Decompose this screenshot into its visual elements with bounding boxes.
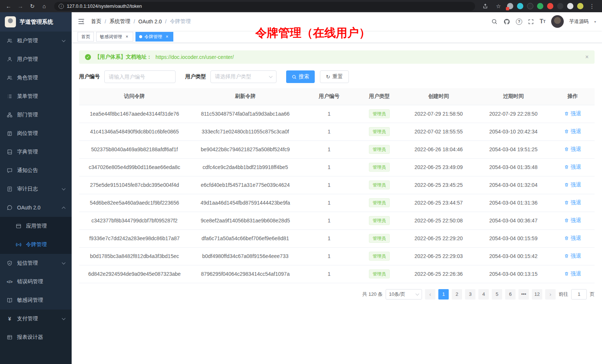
extension-icon[interactable]: [547, 3, 553, 9]
extension-icon[interactable]: [517, 3, 523, 9]
tab-token-management[interactable]: 令牌管理 ×: [135, 32, 173, 42]
page-button[interactable]: 2: [452, 289, 462, 300]
alert-close-icon[interactable]: ×: [585, 54, 589, 60]
refresh-token-cell: be90422b8c7946218275a508bf524fc9: [190, 140, 301, 158]
site-info-icon[interactable]: i: [59, 4, 64, 9]
sidebar-item-audit-log[interactable]: 审计日志: [0, 180, 72, 198]
sidebar-item-label: 令牌管理: [26, 241, 65, 248]
sidebar-item-report-designer[interactable]: 报表设计器: [0, 328, 72, 347]
force-logout-button[interactable]: 强退: [564, 235, 581, 242]
app-logo-area[interactable]: 芋道管理系统: [0, 12, 72, 32]
sidebar-item-dept[interactable]: 部门管理: [0, 106, 72, 124]
breadcrumb-separator: /: [134, 19, 135, 24]
user-id-input[interactable]: [104, 70, 176, 83]
expire-time-cell: 2054-03-10 20:42:34: [476, 123, 550, 140]
table-row: c347026e805e4d99b0d116eae66eda8c cdfc4ce…: [79, 158, 595, 176]
access-token-cell: f9336e7c7dd242a283ee98dc86b17a87: [79, 229, 190, 247]
sidebar-item-oauth[interactable]: OAuth 2.0: [0, 198, 72, 217]
force-logout-button[interactable]: 强退: [564, 217, 581, 224]
sidebar-item-post[interactable]: 岗位管理: [0, 124, 72, 143]
page-button[interactable]: 5: [492, 289, 502, 300]
breadcrumb-oauth[interactable]: OAuth 2.0: [138, 19, 162, 24]
refresh-icon[interactable]: ↻: [27, 1, 37, 11]
back-icon[interactable]: ←: [4, 1, 13, 11]
tab-home[interactable]: 首页: [78, 32, 94, 42]
page-button[interactable]: 1: [438, 289, 449, 300]
more-pages-button[interactable]: •••: [518, 289, 529, 300]
user-id-cell: 1: [301, 123, 357, 140]
font-size-icon[interactable]: TT: [540, 18, 546, 25]
force-logout-button[interactable]: 强退: [564, 146, 581, 153]
force-logout-button[interactable]: 强退: [564, 253, 581, 259]
next-page-button[interactable]: ›: [545, 289, 556, 300]
extension-icon[interactable]: [567, 3, 573, 9]
prev-page-button[interactable]: ‹: [425, 289, 435, 300]
sidebar-item-error-code[interactable]: </> 错误码管理: [0, 272, 72, 291]
user-type-select[interactable]: 请选择用户类型: [210, 70, 277, 83]
breadcrumb-separator: /: [105, 19, 106, 24]
user-id-cell: 1: [301, 212, 357, 229]
app-title: 芋道管理系统: [20, 19, 53, 26]
close-icon[interactable]: ×: [164, 34, 170, 39]
breadcrumb-home[interactable]: 首页: [91, 18, 101, 25]
goto-page-input[interactable]: [571, 289, 587, 300]
sidebar-item-payment[interactable]: ¥ 支付管理: [0, 310, 72, 328]
forward-icon[interactable]: →: [16, 1, 25, 11]
sidebar-item-tenant[interactable]: 租户管理: [0, 32, 72, 50]
github-icon[interactable]: [503, 18, 510, 25]
reset-button-label: 重置: [333, 73, 343, 80]
page-button[interactable]: 3: [465, 289, 475, 300]
sidebar-item-menu[interactable]: 菜单管理: [0, 87, 72, 106]
tab-label: 敏感词管理: [100, 34, 122, 40]
browser-profile-avatar[interactable]: [577, 3, 583, 9]
table-row: 275e5de9151045fe87cbdc395e004f4d e6cfd40…: [79, 176, 595, 194]
close-icon[interactable]: ×: [124, 34, 130, 39]
caret-down-icon[interactable]: ▾: [594, 20, 596, 24]
reset-button[interactable]: ↻ 重置: [320, 70, 349, 83]
sidebar-item-token-management[interactable]: 令牌管理: [0, 235, 72, 254]
extension-icon[interactable]: [527, 3, 533, 9]
page-button[interactable]: 6: [505, 289, 516, 300]
sidebar-item-user[interactable]: 用户管理: [0, 50, 72, 69]
extension-icon[interactable]: [507, 3, 513, 9]
user-name[interactable]: 芋道源码: [569, 18, 589, 25]
sidebar-item-app-management[interactable]: 应用管理: [0, 217, 72, 235]
sidebar-item-dict[interactable]: 字典管理: [0, 143, 72, 161]
user-type-badge: 管理员: [369, 163, 390, 172]
share-icon[interactable]: [480, 1, 490, 11]
help-icon[interactable]: ?: [516, 19, 522, 25]
bookmark-star-icon[interactable]: ☆: [494, 1, 503, 11]
sidebar-menu: 租户管理 用户管理 角色管理 菜单管理 部门管理 岗位管理: [0, 32, 72, 364]
search-icon[interactable]: [491, 18, 498, 25]
page-size-select[interactable]: 10条/页: [386, 289, 422, 300]
chevron-down-icon: [62, 39, 66, 42]
more-vert-icon[interactable]: ⋮: [587, 1, 597, 11]
tab-sensitive-words[interactable]: 敏感词管理 ×: [96, 32, 133, 42]
url-bar[interactable]: i 127.0.0.1:1024/system/oauth2/token: [54, 2, 475, 11]
home-icon[interactable]: ⌂: [39, 1, 49, 11]
sidebar-item-role[interactable]: 角色管理: [0, 69, 72, 87]
table-header-row: 访问令牌 刷新令牌 用户编号 用户类型 创建时间 过期时间 操作: [79, 88, 595, 105]
fullscreen-icon[interactable]: [528, 19, 534, 25]
force-logout-button[interactable]: 强退: [564, 271, 581, 277]
page-button[interactable]: 12: [532, 289, 542, 300]
sidebar-item-sensitive-words[interactable]: 敏感词管理: [0, 291, 72, 310]
hamburger-icon[interactable]: [78, 18, 85, 25]
extension-icon[interactable]: [557, 3, 563, 9]
search-button[interactable]: 搜索: [286, 70, 315, 83]
force-logout-button[interactable]: 强退: [564, 164, 581, 171]
user-avatar[interactable]: [551, 15, 564, 28]
expire-time-cell: 2054-03-04 00:15:59: [476, 229, 550, 247]
force-logout-button[interactable]: 强退: [564, 128, 581, 135]
force-logout-button[interactable]: 强退: [564, 110, 581, 117]
sidebar-item-notice[interactable]: 通知公告: [0, 161, 72, 180]
table-row: f9336e7c7dd242a283ee98dc86b17a87 dfa6c71…: [79, 229, 595, 247]
force-logout-button[interactable]: 强退: [564, 182, 581, 188]
sidebar-item-sms[interactable]: 短信管理: [0, 254, 72, 272]
create-time-cell: 2022-06-25 23:45:25: [401, 176, 476, 194]
force-logout-button[interactable]: 强退: [564, 199, 581, 206]
doc-link[interactable]: https://doc.iocoder.cn/user-center/: [156, 54, 234, 60]
breadcrumb-system[interactable]: 系统管理: [109, 18, 130, 25]
page-button[interactable]: 4: [478, 289, 489, 300]
extension-icon[interactable]: [537, 3, 543, 9]
